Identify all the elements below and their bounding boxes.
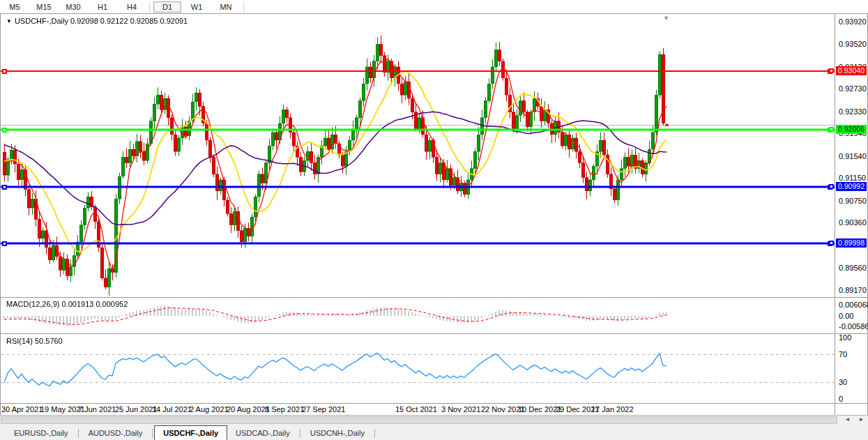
rsi-dateaxis-divider bbox=[0, 403, 868, 404]
macd-label-row: MACD(12,26,9) 0.001913 0.000952 bbox=[6, 300, 128, 308]
rsi-value: 50.5760 bbox=[35, 337, 63, 345]
rsi-axis-tick: 100 bbox=[839, 333, 868, 342]
symbol-tab-audusd[interactable]: AUDUSD-,Daily bbox=[80, 427, 151, 440]
macd-axis-tick: -0.005869 bbox=[839, 322, 868, 331]
chart-title: ▼USDCHF-,Daily 0.92098 0.92122 0.92085 0… bbox=[6, 17, 188, 25]
chart-symbol-label: USDCHF-,Daily bbox=[15, 17, 68, 25]
date-axis-label: 2 Aug 2021 bbox=[190, 405, 229, 414]
date-axis-label: 3 Nov 2021 bbox=[441, 405, 480, 414]
date-axis-label: 14 Jul 2021 bbox=[152, 405, 192, 414]
symbol-tab-usdcnh[interactable]: USDCNH-,Daily bbox=[302, 427, 373, 440]
price-axis-tick: 0.92730 bbox=[839, 84, 868, 93]
scroll-to-latest-icon[interactable]: ▼ bbox=[663, 15, 669, 22]
ohlc-high: 0.92122 bbox=[100, 17, 128, 25]
price-chart-canvas[interactable] bbox=[1, 13, 835, 403]
timeframe-button-m30[interactable]: M30 bbox=[59, 1, 87, 13]
date-axis-label: 20 Aug 2021 bbox=[227, 405, 270, 414]
rsi-axis-tick: 0 bbox=[839, 395, 868, 403]
price-axis-tick: 0.91150 bbox=[839, 174, 868, 182]
price-axis-tick: 0.89170 bbox=[839, 286, 868, 294]
ohlc-open: 0.92098 bbox=[70, 17, 98, 25]
date-axis-label: 30 Apr 2021 bbox=[1, 405, 43, 414]
date-axis-label: 25 Jun 2021 bbox=[115, 405, 158, 414]
scrollbar-right-arrow-icon[interactable]: ► bbox=[855, 416, 867, 423]
rsi-label-row: RSI(14) 50.5760 bbox=[6, 337, 63, 345]
toolbar-divider bbox=[149, 2, 150, 12]
date-axis-label: 27 Sep 2021 bbox=[302, 405, 345, 414]
hline-price-badge: 0.93040 bbox=[836, 66, 867, 75]
date-axis-label: 8 Sep 2021 bbox=[265, 405, 304, 414]
price-axis-tick: 0.90750 bbox=[839, 197, 868, 205]
symbol-dropdown-icon[interactable]: ▼ bbox=[6, 18, 12, 24]
symbol-tab-usdchf[interactable]: USDCHF-,Daily bbox=[154, 425, 227, 440]
macd-signal-value: 0.000952 bbox=[96, 300, 128, 308]
macd-axis-tick: 0.006068 bbox=[839, 301, 868, 309]
price-axis-tick: 0.92330 bbox=[839, 107, 868, 116]
price-axis-tick: 0.91540 bbox=[839, 152, 868, 160]
ohlc-low: 0.92085 bbox=[130, 17, 158, 25]
price-axis-tick: 0.89560 bbox=[839, 264, 868, 272]
ohlc-close: 0.92091 bbox=[160, 17, 188, 25]
hline-price-badge: 0.90992 bbox=[836, 182, 867, 191]
price-axis-divider bbox=[835, 13, 835, 415]
macd-main-value: 0.001913 bbox=[61, 300, 93, 308]
tab-divider bbox=[300, 429, 300, 438]
date-axis-label: 7 Jun 2021 bbox=[78, 405, 116, 414]
hline-price-badge: 0.89998 bbox=[836, 238, 867, 248]
rsi-axis-tick: 70 bbox=[839, 350, 868, 358]
timeframe-button-d1[interactable]: D1 bbox=[153, 1, 181, 13]
symbol-tab-usdcad[interactable]: USDCAD-,Daily bbox=[227, 427, 298, 440]
scrollbar-thumb[interactable] bbox=[1, 416, 837, 424]
trading-terminal: M5M15M30H1H4D1W1MN ▼USDCHF-,Daily 0.9209… bbox=[0, 0, 868, 440]
hline-right-handle-icon[interactable] bbox=[829, 68, 834, 73]
date-axis-label: 15 Oct 2021 bbox=[395, 405, 437, 414]
scrollbar-left-arrow-icon[interactable]: ◄ bbox=[842, 416, 853, 423]
hline-price-badge: 0.92006 bbox=[836, 125, 867, 134]
timeframe-button-h1[interactable]: H1 bbox=[89, 1, 116, 13]
hline-right-handle-icon[interactable] bbox=[829, 241, 834, 245]
symbol-tab-eurusd[interactable]: EURUSD-,Daily bbox=[6, 427, 77, 440]
tab-divider bbox=[78, 429, 79, 438]
macd-axis-tick: 0.00 bbox=[839, 312, 868, 320]
timeframe-toolbar: M5M15M30H1H4D1W1MN bbox=[0, 0, 868, 13]
macd-label: MACD(12,26,9) bbox=[6, 300, 59, 308]
price-axis-tick: 0.93520 bbox=[839, 40, 868, 48]
hline-right-handle-icon[interactable] bbox=[829, 184, 834, 189]
symbol-tab-bar: EURUSD-,DailyAUDUSD-,DailyUSDCHF-,DailyU… bbox=[0, 425, 868, 440]
rsi-label: RSI(14) bbox=[6, 337, 33, 345]
date-axis-label: 17 Jan 2022 bbox=[591, 405, 634, 414]
rsi-axis-tick: 30 bbox=[839, 378, 868, 386]
timeframe-button-mn[interactable]: MN bbox=[212, 1, 240, 13]
horizontal-scrollbar[interactable]: ◄ ► bbox=[0, 415, 868, 425]
timeframe-button-h4[interactable]: H4 bbox=[118, 1, 146, 13]
tab-divider bbox=[374, 429, 375, 438]
toolbar-divider bbox=[243, 2, 244, 12]
timeframe-button-m15[interactable]: M15 bbox=[30, 1, 58, 13]
price-axis-tick: 0.90360 bbox=[839, 218, 868, 227]
timeframe-button-w1[interactable]: W1 bbox=[183, 1, 211, 13]
price-axis-tick: 0.93920 bbox=[839, 17, 868, 26]
timeframe-button-m5[interactable]: M5 bbox=[1, 1, 29, 13]
hline-right-handle-icon[interactable] bbox=[829, 127, 834, 132]
tab-divider bbox=[152, 429, 153, 438]
